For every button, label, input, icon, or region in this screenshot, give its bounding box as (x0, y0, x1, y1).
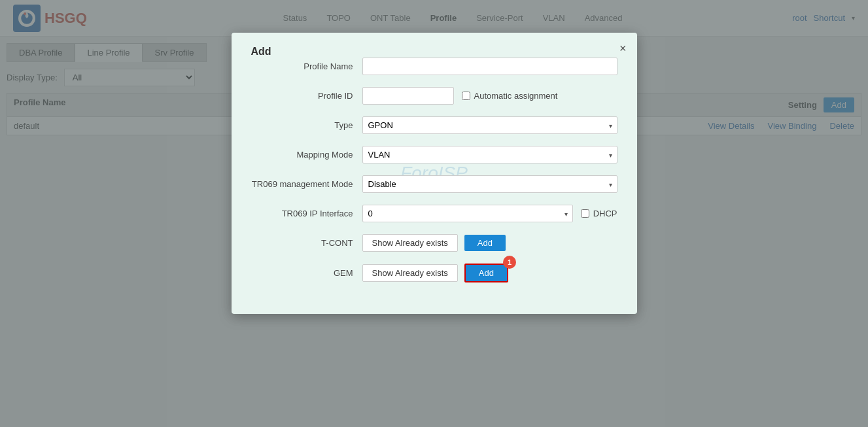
tr069-ip-select[interactable]: 0 1 (362, 205, 573, 222)
profile-id-input[interactable] (362, 87, 454, 105)
gem-add-wrapper: Add 1 (458, 264, 508, 282)
type-row: Type GPON EPON ▾ (251, 116, 617, 134)
tr069-ip-label: TR069 IP Interface (251, 209, 362, 218)
tr069-mgmt-mode-label: TR069 management Mode (251, 179, 362, 189)
tr069-ip-select-wrapper: 0 1 ▾ (362, 205, 573, 222)
tr069-mgmt-select-wrapper: Disable Enable ▾ (362, 175, 617, 193)
tcont-show-button[interactable]: Show Already exists (362, 234, 458, 252)
mapping-mode-row: Mapping Mode VLAN GEM ▾ (251, 146, 617, 163)
gem-show-button[interactable]: Show Already exists (362, 264, 458, 282)
mapping-mode-select[interactable]: VLAN GEM (362, 146, 617, 163)
gem-row: GEM Show Already exists Add 1 (251, 264, 617, 282)
type-label: Type (251, 120, 362, 130)
tr069-mgmt-select[interactable]: Disable Enable (362, 175, 617, 193)
type-select[interactable]: GPON EPON (362, 116, 617, 134)
automatic-assignment-group: Automatic assignment (462, 91, 558, 101)
modal-close-button[interactable]: × (619, 42, 627, 56)
profile-name-row: Profile Name (251, 58, 617, 75)
profile-id-label: Profile ID (251, 91, 362, 101)
tcont-label: T-CONT (251, 238, 362, 248)
modal-dialog: Add × ForoISP Profile Name Profile ID Au… (232, 33, 637, 314)
mapping-mode-select-wrapper: VLAN GEM ▾ (362, 146, 617, 163)
automatic-assignment-checkbox[interactable] (462, 92, 470, 100)
profile-name-label: Profile Name (251, 61, 362, 71)
gem-add-button[interactable]: Add (464, 264, 508, 282)
tr069-ip-row: TR069 IP Interface 0 1 ▾ DHCP (251, 205, 617, 222)
profile-name-input[interactable] (362, 58, 617, 75)
modal-title: Add (251, 46, 271, 57)
tcont-row: T-CONT Show Already exists Add (251, 234, 617, 252)
tcont-add-button[interactable]: Add (464, 235, 506, 251)
modal-overlay: Add × ForoISP Profile Name Profile ID Au… (0, 0, 868, 427)
tr069-mgmt-mode-row: TR069 management Mode Disable Enable ▾ (251, 175, 617, 193)
type-select-wrapper: GPON EPON ▾ (362, 116, 617, 134)
profile-id-row: Profile ID Automatic assignment (251, 87, 617, 105)
dhcp-checkbox[interactable] (581, 209, 589, 218)
automatic-assignment-label: Automatic assignment (474, 91, 558, 101)
gem-label: GEM (251, 268, 362, 278)
gem-badge: 1 (503, 256, 516, 269)
dhcp-label: DHCP (593, 209, 617, 218)
mapping-mode-label: Mapping Mode (251, 150, 362, 160)
dhcp-group: DHCP (581, 209, 617, 218)
